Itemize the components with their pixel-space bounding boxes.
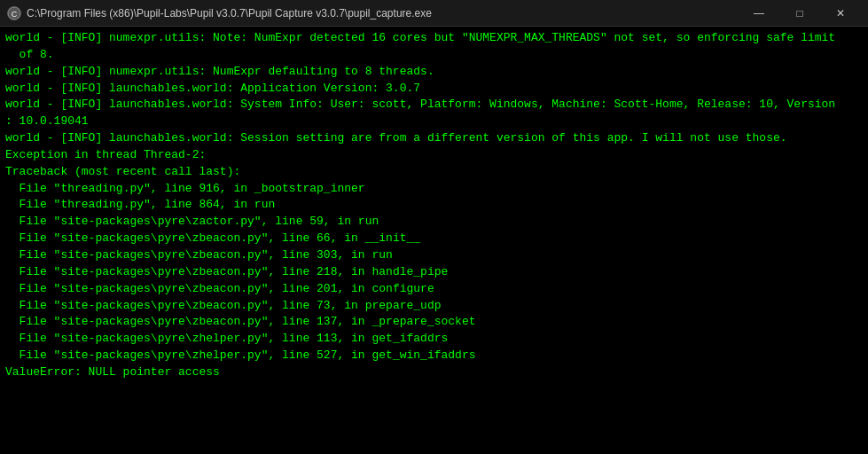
console-line: File "threading.py", line 864, in run [5, 197, 863, 214]
console-line: File "site-packages\pyre\zhelper.py", li… [5, 348, 863, 364]
console-line: : 10.0.19041 [5, 114, 863, 130]
console-line: Exception in thread Thread-2: [5, 147, 863, 164]
console-line: of 8. [5, 47, 863, 64]
console-line: File "site-packages\pyre\zbeacon.py", li… [5, 281, 863, 298]
window-title: C:\Program Files (x86)\Pupil-Labs\Pupil … [27, 7, 432, 20]
maximize-button[interactable]: □ [779, 0, 820, 27]
console-line: File "site-packages\pyre\zbeacon.py", li… [5, 314, 863, 331]
console-line: world - [INFO] numexpr.utils: Note: NumE… [5, 30, 863, 47]
minimize-button[interactable]: — [739, 0, 779, 27]
console-line: world - [INFO] launchables.world: Applic… [5, 81, 863, 98]
console-line: File "site-packages\pyre\zbeacon.py", li… [5, 298, 863, 315]
console-line: ValueError: NULL pointer access [5, 364, 863, 381]
console-line: world - [INFO] numexpr.utils: NumExpr de… [5, 64, 863, 81]
console-line: File "site-packages\pyre\zhelper.py", li… [5, 331, 863, 348]
console-line: File "site-packages\pyre\zactor.py", lin… [5, 214, 863, 231]
title-bar: C C:\Program Files (x86)\Pupil-Labs\Pupi… [0, 0, 868, 27]
title-bar-left: C C:\Program Files (x86)\Pupil-Labs\Pupi… [7, 6, 432, 20]
close-button[interactable]: ✕ [820, 0, 861, 27]
console-line: File "site-packages\pyre\zbeacon.py", li… [5, 231, 863, 247]
console-line: File "threading.py", line 916, in _boots… [5, 181, 863, 198]
console-output: world - [INFO] numexpr.utils: Note: NumE… [0, 27, 868, 454]
console-line: File "site-packages\pyre\zbeacon.py", li… [5, 247, 863, 264]
console-line: world - [INFO] launchables.world: Sessio… [5, 130, 863, 147]
window-controls: — □ ✕ [739, 0, 861, 27]
svg-text:C: C [12, 10, 18, 19]
console-line: Traceback (most recent call last): [5, 164, 863, 181]
app-icon: C [7, 6, 21, 20]
console-line: File "site-packages\pyre\zbeacon.py", li… [5, 264, 863, 281]
console-line: world - [INFO] launchables.world: System… [5, 97, 863, 114]
